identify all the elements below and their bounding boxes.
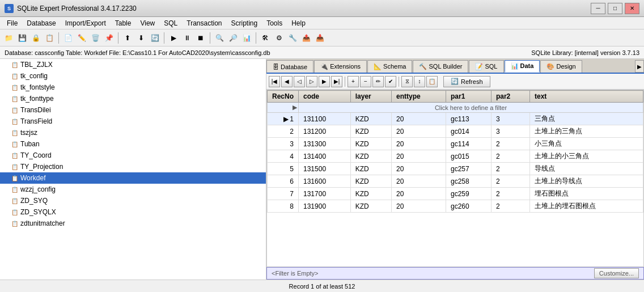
toolbar-btn-13[interactable]: ⏸: [181, 32, 193, 44]
sidebar-item-tszjsz[interactable]: 📋 tszjsz: [0, 127, 266, 138]
sidebar-item-transdilei[interactable]: 📋 TransDilei: [0, 104, 266, 116]
tab-database[interactable]: 🗄 Database: [266, 60, 313, 73]
toolbar-btn-11[interactable]: 🔄: [149, 32, 161, 44]
nav-first-btn[interactable]: |◀: [269, 76, 280, 87]
sidebar-label: tszjsz: [20, 129, 37, 137]
nav-prev-page-btn[interactable]: ◁: [294, 76, 305, 87]
sidebar-item-tk-config[interactable]: 📋 tk_config: [0, 70, 266, 82]
col-header-code[interactable]: code: [299, 91, 351, 103]
sidebar-item-ty-projection[interactable]: 📋 TY_Projection: [0, 161, 266, 172]
col-header-par2[interactable]: par2: [491, 91, 529, 103]
customize-button[interactable]: Customize...: [594, 268, 639, 278]
menu-view[interactable]: View: [135, 18, 159, 28]
col-header-text[interactable]: text: [530, 91, 643, 103]
nav-prev-btn[interactable]: ◀: [281, 76, 293, 87]
edit-btn[interactable]: ✏: [372, 76, 384, 87]
table-row[interactable]: 5 131500 KZD 20 gc257 2 导线点: [268, 163, 643, 175]
cell-text: 土堆上的埋石图根点: [530, 200, 643, 213]
table-row[interactable]: 7 131700 KZD 20 gc259 2 埋石图根点: [268, 188, 643, 200]
table-row[interactable]: 8 131900 KZD 20 gc260 2 土堆上的埋石图根点: [268, 200, 643, 213]
col-header-enttype[interactable]: enttype: [392, 91, 446, 103]
menu-transaction[interactable]: Transaction: [182, 18, 226, 28]
tab-design-label: 🎨 Design: [546, 63, 575, 70]
toolbar-btn-22[interactable]: 📥: [313, 32, 326, 44]
copy-btn[interactable]: 📋: [426, 76, 438, 87]
sidebar-item-zdtunitmatcher[interactable]: 📋 zdtunitmatcher: [0, 218, 266, 229]
col-header-par1[interactable]: par1: [446, 91, 492, 103]
toolbar-btn-9[interactable]: ⬆: [121, 32, 134, 44]
toolbar-btn-1[interactable]: 📁: [2, 32, 15, 44]
table-row[interactable]: 4 131400 KZD 20 gc015 2 土堆上的小三角点: [268, 150, 643, 163]
sidebar-item-ty-coord[interactable]: 📋 TY_Coord: [0, 150, 266, 161]
sidebar-item-tk-fonttype[interactable]: 📋 tk_fonttype: [0, 93, 266, 104]
tab-sql-builder[interactable]: 🔨 SQL Builder: [413, 60, 468, 73]
col-header-layer[interactable]: layer: [350, 91, 391, 103]
tab-design[interactable]: 🎨 Design: [540, 60, 582, 73]
sidebar-item-workdef[interactable]: 📋 Workdef: [0, 172, 266, 184]
table-row[interactable]: 2 131200 KZD 20 gc014 3 土堆上的三角点: [268, 125, 643, 138]
menu-help[interactable]: Help: [287, 18, 310, 28]
close-button[interactable]: ✕: [625, 3, 639, 14]
sidebar-item-tuban[interactable]: 📋 Tuban: [0, 138, 266, 150]
toolbar-btn-8[interactable]: 📌: [103, 32, 115, 44]
table-row[interactable]: 6 131600 KZD 20 gc258 2 土堆上的导线点: [268, 175, 643, 188]
status-bar: Record 1 of at least 512: [0, 280, 644, 292]
toolbar-btn-4[interactable]: 📋: [43, 32, 56, 44]
cell-enttype: 20: [392, 125, 446, 138]
toolbar-btn-14[interactable]: ⏹: [194, 32, 207, 44]
toolbar-btn-18[interactable]: 🛠: [259, 32, 272, 44]
add-row-btn[interactable]: +: [348, 76, 359, 87]
toolbar-btn-3[interactable]: 🔒: [29, 32, 42, 44]
sort-btn[interactable]: ↕: [414, 76, 425, 87]
menu-tools[interactable]: Tools: [262, 18, 287, 28]
toolbar-btn-15[interactable]: 🔍: [213, 32, 226, 44]
sidebar-item-zd-syqlx[interactable]: 📋 ZD_SYQLX: [0, 206, 266, 218]
toolbar-btn-20[interactable]: 🔧: [286, 32, 299, 44]
filter-row[interactable]: ▶ Click here to define a filter: [268, 103, 643, 113]
nav-next-page-btn[interactable]: ▷: [306, 76, 317, 87]
toolbar-btn-2[interactable]: 💾: [16, 32, 28, 44]
toolbar-btn-21[interactable]: 📤: [300, 32, 312, 44]
sidebar-item-transfield[interactable]: 📋 TransField: [0, 116, 266, 127]
tab-extensions[interactable]: 🔌 Extensions: [314, 60, 367, 73]
delete-row-btn[interactable]: −: [360, 76, 371, 87]
cell-enttype: 20: [392, 150, 446, 163]
save-btn[interactable]: ✔: [385, 76, 396, 87]
toolbar-btn-17[interactable]: 📊: [240, 32, 253, 44]
table-icon: 📋: [11, 209, 18, 215]
menu-import-export[interactable]: Import/Export: [61, 18, 111, 28]
sidebar-item-wzzj-config[interactable]: 📋 wzzj_config: [0, 184, 266, 195]
tab-scroll-right[interactable]: ▶: [635, 60, 644, 73]
cell-recno: 8: [268, 200, 299, 213]
sidebar-item-tk-fontstyle[interactable]: 📋 tk_fontstyle: [0, 82, 266, 93]
col-header-recno[interactable]: RecNo: [268, 91, 299, 103]
filter-text[interactable]: Click here to define a filter: [299, 103, 643, 113]
sidebar-item-zd-syq[interactable]: 📋 ZD_SYQ: [0, 195, 266, 206]
menu-table[interactable]: Table: [111, 18, 136, 28]
menu-sql[interactable]: SQL: [159, 18, 182, 28]
nav-last-btn[interactable]: ▶|: [331, 76, 342, 87]
menu-database[interactable]: Database: [22, 18, 60, 28]
toolbar-btn-16[interactable]: 🔎: [227, 32, 239, 44]
toolbar-btn-7[interactable]: 🗑️: [89, 32, 101, 44]
toolbar-btn-10[interactable]: ⬇: [135, 32, 147, 44]
refresh-button[interactable]: 🔄 Refresh: [443, 76, 490, 87]
tab-data[interactable]: 📊 Data: [505, 60, 540, 73]
menu-file[interactable]: File: [2, 18, 22, 28]
app-icon: S: [5, 4, 14, 13]
filter-btn[interactable]: ⧖: [401, 76, 413, 87]
data-sep-1: [345, 77, 345, 87]
toolbar-btn-6[interactable]: ✏️: [75, 32, 88, 44]
tab-schema[interactable]: 📐 Schema: [367, 60, 412, 73]
toolbar-btn-19[interactable]: ⚙: [273, 32, 285, 44]
maximize-button[interactable]: □: [608, 3, 622, 14]
table-row[interactable]: 3 131300 KZD 20 gc114 2 小三角点: [268, 138, 643, 150]
toolbar-btn-5[interactable]: 📄: [62, 32, 74, 44]
nav-next-btn[interactable]: ▶: [319, 76, 330, 87]
menu-scripting[interactable]: Scripting: [227, 18, 262, 28]
toolbar-btn-12[interactable]: ▶: [167, 32, 180, 44]
tab-sql[interactable]: 📝 SQL: [469, 60, 503, 73]
sidebar-item-tbl-zjlx[interactable]: 📋 TBL_ZJLX: [0, 59, 266, 70]
minimize-button[interactable]: ─: [591, 3, 605, 14]
table-row[interactable]: 1 131100 KZD 20 gc113 3 三角点: [268, 113, 643, 125]
